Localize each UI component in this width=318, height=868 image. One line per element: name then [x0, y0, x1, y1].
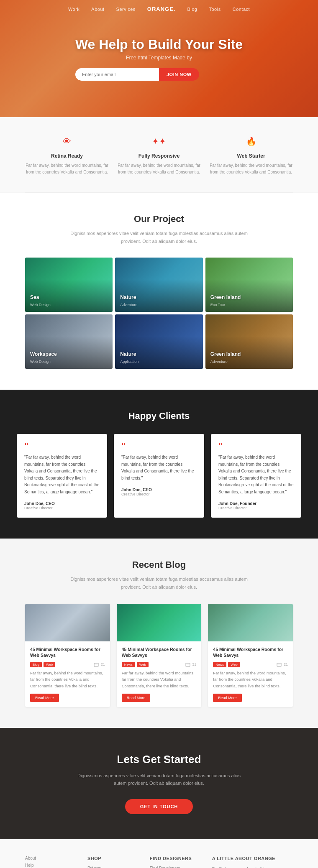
projects-subtext: Dignissimos asperiores vitae velit venia… — [63, 230, 255, 245]
hero-form: JOIN NOW — [75, 68, 243, 81]
testimonial-card-3: " "Far far away, behind the word mountai… — [211, 434, 301, 518]
blog-tag-1b: Web — [44, 662, 55, 667]
footer-col3-title: Find Designers — [150, 856, 204, 861]
hero-subtitle: Free html Templates Made by — [75, 55, 243, 61]
testimonial-author-2: John Doe, CEO Creative Director — [121, 488, 197, 496]
hero-content: We Help to Build Your Site Free html Tem… — [75, 37, 243, 81]
footer-about-text: Facilis ipsum reprehenderit ipsum molest… — [212, 866, 293, 868]
testimonial-author-1: John Doe, CEO Creative Director — [24, 501, 100, 510]
feature-responsive-title: Fully Responsive — [138, 153, 180, 159]
blog-header: Recent Blog Dignissimos asperiores vitae… — [25, 559, 293, 603]
project-info-greenisland1: Green Island Eco Tour — [210, 294, 241, 308]
blog-meta-1: 21 — [94, 662, 105, 667]
testimonials-section: Happy Clients " "Far far away, behind th… — [0, 390, 318, 539]
nav-blog[interactable]: Blog — [187, 7, 197, 12]
feature-retina-title: Retina Ready — [51, 153, 83, 159]
feature-webstarter-title: Web Starter — [237, 153, 265, 159]
feature-retina: 👁 Retina Ready Far far away, behind the … — [25, 134, 109, 176]
nav-about[interactable]: About — [91, 7, 104, 12]
nav-brand[interactable]: ORANGE. — [147, 6, 176, 12]
blog-subtext: Dignissimos asperiores vitae velit venia… — [63, 575, 255, 591]
testimonial-text-2: "Far far away, behind the word mountains… — [121, 454, 197, 482]
project-grid-wrapper: Sea Web Design Nature Adventure Green Is… — [0, 258, 318, 390]
nav-tools[interactable]: Tools — [209, 7, 221, 12]
footer-col-1: About Help Contact Terms Meetups — [25, 856, 79, 868]
footer-link-finddevelopers[interactable]: Find Developers — [150, 866, 204, 868]
quote-icon-1: " — [24, 442, 100, 451]
testimonial-card-1: " "Far far away, behind the word mountai… — [17, 434, 107, 518]
blog-card-2: 45 Minimal Workspace Rooms for Web Savvy… — [117, 604, 202, 707]
blog-tag-3a: News — [213, 662, 226, 667]
blog-img-1 — [25, 604, 110, 641]
blog-title-2: 45 Minimal Workspace Rooms for Web Savvy… — [122, 646, 197, 659]
testimonials-grid: " "Far far away, behind the word mountai… — [17, 434, 301, 518]
retina-icon: 👁 — [59, 134, 74, 149]
blog-tag-2b: Web — [137, 662, 149, 667]
testimonial-text-1: "Far far away, behind the word mountains… — [24, 454, 100, 495]
testimonials-title: Happy Clients — [17, 411, 301, 421]
features-section: 👁 Retina Ready Far far away, behind the … — [0, 117, 318, 192]
nav-work[interactable]: Work — [68, 7, 80, 12]
hero-title: We Help to Build Your Site — [75, 37, 243, 52]
blog-card-body-1: 45 Minimal Workspace Rooms for Web Savvy… — [25, 641, 110, 707]
footer-col4-title: A Little About Orange — [212, 856, 293, 861]
join-button[interactable]: JOIN NOW — [159, 68, 199, 81]
main-nav: Work About Services ORANGE. Blog Tools C… — [0, 0, 318, 18]
read-more-btn-2[interactable]: Read More — [122, 694, 151, 702]
project-info-workspace: Workspace Web Design — [30, 351, 57, 365]
blog-desc-3: Far far away, behind the word mountains,… — [213, 670, 288, 689]
project-item-greenisland1[interactable]: Green Island Eco Tour — [205, 258, 293, 312]
blog-title-3: 45 Minimal Workspace Rooms for Web Savvy… — [213, 646, 288, 659]
footer-col-4: A Little About Orange Facilis ipsum repr… — [212, 856, 293, 868]
blog-title: Recent Blog — [50, 559, 268, 570]
blog-tag-3b: Web — [228, 662, 240, 667]
footer-col-3: Find Designers Find Developers Teams Adv… — [150, 856, 204, 868]
blog-card-1: 45 Minimal Workspace Rooms for Web Savvy… — [25, 604, 110, 707]
blog-card-3: 45 Minimal Workspace Rooms for Web Savvy… — [208, 604, 293, 707]
read-more-btn-1[interactable]: Read More — [30, 694, 59, 702]
blog-title-1: 45 Minimal Workspace Rooms for Web Savvy… — [30, 646, 105, 659]
blog-tag-2a: News — [122, 662, 135, 667]
nav-services[interactable]: Services — [116, 7, 136, 12]
project-item-nature2[interactable]: Nature Application — [115, 314, 203, 369]
feature-responsive-desc: Far far away, behind the word mountains,… — [117, 162, 201, 176]
project-item-greenisland2[interactable]: Green Island Adventure — [205, 314, 293, 369]
blog-tag-1a: Blog — [30, 662, 42, 667]
projects-section: Our Project Dignissimos asperiores vitae… — [0, 193, 318, 390]
blog-img-2 — [117, 604, 202, 641]
project-item-workspace[interactable]: Workspace Web Design — [25, 314, 113, 369]
email-input[interactable] — [75, 68, 159, 81]
nav-contact[interactable]: Contact — [233, 7, 250, 12]
blog-desc-1: Far far away, behind the word mountains,… — [30, 670, 105, 689]
quote-icon-3: " — [218, 442, 294, 451]
blog-card-body-3: 45 Minimal Workspace Rooms for Web Savvy… — [208, 641, 293, 707]
testimonial-card-2: " "Far far away, behind the word mountai… — [114, 434, 204, 518]
footer: About Help Contact Terms Meetups Shop Pr… — [0, 839, 318, 868]
blog-card-body-2: 45 Minimal Workspace Rooms for Web Savvy… — [117, 641, 202, 707]
cta-subtext: Dignissimos asperiores vitae velit venia… — [75, 772, 243, 787]
testimonial-author-3: John Doe, Founder Creative Director — [218, 501, 294, 510]
blog-tags-1: Blog Web 21 — [30, 662, 105, 667]
project-item-sea[interactable]: Sea Web Design — [25, 258, 113, 312]
project-info-nature2: Nature Application — [120, 351, 138, 365]
footer-col-2: Shop Privacy Testimonials Handbook Help … — [87, 856, 141, 868]
footer-link-privacy[interactable]: Privacy — [87, 866, 141, 868]
read-more-btn-3[interactable]: Read More — [213, 694, 242, 702]
project-item-nature1[interactable]: Nature Adventure — [115, 258, 203, 312]
blog-meta-3: 21 — [277, 662, 288, 667]
webstarter-icon: 🔥 — [244, 134, 259, 149]
feature-webstarter-desc: Far far away, behind the word mountains,… — [209, 162, 293, 176]
blog-img-3 — [208, 604, 293, 641]
feature-retina-desc: Far far away, behind the word mountains,… — [25, 162, 109, 176]
blog-tags-2: News Web 31 — [122, 662, 197, 667]
blog-grid: 45 Minimal Workspace Rooms for Web Savvy… — [25, 604, 293, 707]
footer-link-about[interactable]: About — [25, 856, 79, 860]
project-grid: Sea Web Design Nature Adventure Green Is… — [25, 258, 293, 369]
blog-section: Recent Blog Dignissimos asperiores vitae… — [0, 539, 318, 728]
footer-link-help[interactable]: Help — [25, 863, 79, 868]
projects-title: Our Project — [25, 214, 293, 225]
quote-icon-2: " — [121, 442, 197, 451]
cta-button[interactable]: GET IN TOUCH — [125, 799, 193, 814]
project-info-sea: Sea Web Design — [30, 294, 51, 308]
feature-webstarter: 🔥 Web Starter Far far away, behind the w… — [209, 134, 293, 176]
